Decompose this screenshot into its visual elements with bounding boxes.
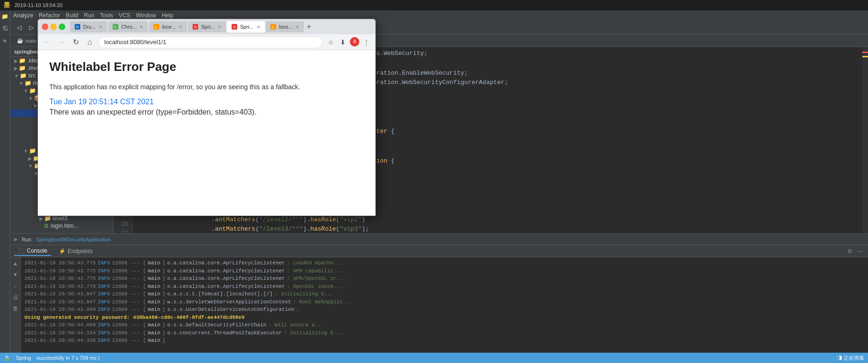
download-button[interactable]: ⬇: [338, 37, 348, 47]
browser-tab-loce1[interactable]: L loce... ✕: [149, 21, 187, 32]
browser-navbar: ← → ↻ ⌂ ☆ ⬇ A ⋮: [38, 34, 375, 50]
gutter-error-indicator: [862, 52, 868, 53]
menu-window[interactable]: Window: [136, 12, 156, 19]
console-line: 2021-01-19 20:50:43.775 INFO 12608 --- […: [24, 267, 864, 275]
nav-back-button[interactable]: ←: [42, 37, 53, 48]
menu-build[interactable]: Build: [66, 12, 78, 19]
tab-spri1-label: Spri...: [201, 24, 215, 30]
status-danmaku[interactable]: ◑ 正在弹幕: [837, 355, 864, 362]
browser-maximize-btn[interactable]: [59, 23, 65, 30]
project-icon[interactable]: 📁: [1, 12, 9, 21]
menu-analyze[interactable]: Analyze: [13, 12, 33, 19]
os-topbar: 墨 2019-11-10 18:54:20: [0, 0, 868, 10]
address-bar[interactable]: [98, 36, 323, 48]
console-line: 2021-01-19 20:50:43.847 INFO 12608 --- […: [24, 290, 864, 298]
tree-label-src: src: [28, 72, 36, 79]
menu-run[interactable]: Run: [84, 12, 94, 19]
nav-reload-button[interactable]: ↻: [70, 37, 81, 48]
status-run-text: successfully in 7 s 709 ms (: [37, 355, 100, 361]
print-icon[interactable]: 🖨: [11, 293, 20, 301]
bottom-toolbar: ⬛ Console ⚡ Endpoints ⚙ —: [10, 245, 868, 257]
bottom-panel: ⬛ Console ⚡ Endpoints ⚙ — ▲ ▼ ⬦ 🖨: [10, 245, 868, 353]
error-title: Whitelabel Error Page: [49, 60, 364, 74]
nav-forward-button[interactable]: →: [56, 37, 67, 48]
folder-resources-icon: 📁: [29, 147, 36, 154]
right-gutter: [862, 47, 868, 233]
arrow-level3: ▶: [39, 216, 43, 221]
trash-icon[interactable]: 🗑: [11, 304, 20, 313]
tab-spri2-label: Spri...: [240, 24, 254, 30]
tab-loce2-icon: L: [271, 24, 276, 30]
tab-dru-close[interactable]: ✕: [99, 24, 102, 30]
run-icon: ▶: [14, 236, 18, 242]
tree-label-level3: level3: [53, 215, 67, 222]
tab-chro-label: Chro...: [121, 24, 137, 30]
bookmark-button[interactable]: ☆: [326, 37, 336, 47]
scroll-up-icon[interactable]: ▲: [11, 259, 20, 268]
arrow-java: ▼: [23, 88, 28, 93]
browser-tab-chro[interactable]: C Chro... ✕: [108, 21, 148, 32]
browser-tab-loce2[interactable]: L loce... ✕: [266, 21, 304, 32]
settings-icon[interactable]: ⚙: [845, 247, 854, 255]
tree-node-loginhtml[interactable]: ▶ 🗎 login.htm...: [10, 222, 113, 230]
filter-icon[interactable]: ⬦: [11, 282, 20, 290]
status-text: Spring: [16, 355, 31, 361]
endpoints-label: Endpoints: [68, 248, 93, 255]
nav-home-button[interactable]: ⌂: [84, 37, 95, 48]
structure-icon[interactable]: 🏗: [1, 24, 9, 33]
arrow-templates: ▼: [28, 163, 33, 169]
browser-tabs: D Dru... ✕ C Chro... ✕ L loce... ✕ S Spr…: [70, 21, 372, 32]
menu-refactor[interactable]: Refactor: [39, 12, 60, 19]
console-line: 2021-01-19 20:50:43.999 INFO 12608 --- […: [24, 306, 864, 314]
arrow-main: ▼: [19, 81, 23, 86]
error-body: This application has no explicit mapping…: [49, 82, 364, 92]
bottom-panel-body: ▲ ▼ ⬦ 🖨 🗑 2021-01-19 20:50:43.775 INFO 1…: [10, 257, 868, 353]
security-password: Using generated security password: 438ba…: [24, 314, 245, 322]
browser-window[interactable]: D Dru... ✕ C Chro... ✕ L loce... ✕ S Spr…: [38, 19, 376, 216]
tab-endpoints[interactable]: ⚡ Endpoints: [55, 247, 96, 255]
back-btn[interactable]: ◁: [14, 23, 24, 33]
forward-btn[interactable]: ▷: [26, 23, 37, 33]
browser-minimize-btn[interactable]: [50, 23, 57, 30]
console-line: 2021-01-19 20:50:43.847 INFO 12608 --- […: [24, 298, 864, 306]
console-label: Console: [27, 247, 47, 254]
os-logo: 墨: [4, 1, 10, 9]
gutter-warning-indicator: [862, 56, 868, 57]
console-line: 2021-01-19 20:50:43.779 INFO 12608 --- […: [24, 283, 864, 291]
more-options-button[interactable]: ⋮: [361, 37, 372, 47]
browser-controls: [42, 23, 65, 30]
close-panel-icon[interactable]: —: [856, 247, 864, 255]
browser-tab-spri1[interactable]: S Spri... ✕: [188, 21, 226, 32]
tab-spri2-close[interactable]: ✕: [256, 24, 260, 30]
console-line: 2021-01-19 20:50:44.068 INFO 12608 --- […: [24, 321, 864, 329]
browser-avatar[interactable]: A: [350, 37, 359, 46]
browser-close-btn[interactable]: [42, 23, 48, 30]
browser-content: Whitelabel Error Page This application h…: [38, 50, 375, 216]
tab-console[interactable]: ⬛ Console: [14, 247, 51, 256]
tab-spri1-icon: S: [193, 24, 198, 30]
run-label: Run:: [22, 237, 32, 242]
console-line: 2021-01-19 20:50:43.775 INFO 12608 --- […: [24, 259, 864, 267]
console-icon: ⬛: [18, 247, 25, 254]
scroll-down-icon[interactable]: ▼: [11, 270, 20, 279]
run-app-name[interactable]: Springboot06SecurityApplication: [36, 237, 111, 242]
tab-loce2-close[interactable]: ✕: [295, 24, 299, 30]
tab-spri1-close[interactable]: ✕: [217, 24, 221, 30]
arrow-resources: ▼: [23, 148, 28, 154]
arrow-mvn: ▶: [14, 66, 18, 71]
browser-tab-dru[interactable]: D Dru... ✕: [70, 21, 107, 32]
browser-tab-spri2[interactable]: S Spri... ✕: [227, 21, 265, 32]
arrow-static: ▶: [28, 156, 32, 161]
browser-titlebar: D Dru... ✕ C Chro... ✕ L loce... ✕ S Spr…: [38, 19, 375, 34]
tab-dru-icon: D: [75, 24, 80, 30]
folder-level3-icon: 📁: [44, 215, 51, 222]
favorites-icon[interactable]: ★: [1, 37, 9, 45]
console-password-line: Using generated security password: 438ba…: [24, 314, 864, 322]
menu-vcs[interactable]: VCS: [119, 12, 131, 19]
status-spring-icon: 🍃: [4, 355, 10, 361]
tab-loce1-close[interactable]: ✕: [178, 24, 182, 30]
tab-chro-close[interactable]: ✕: [140, 24, 143, 30]
menu-help[interactable]: Help: [162, 12, 173, 19]
menu-tools[interactable]: Tools: [100, 12, 113, 19]
new-tab-button[interactable]: +: [307, 23, 311, 31]
